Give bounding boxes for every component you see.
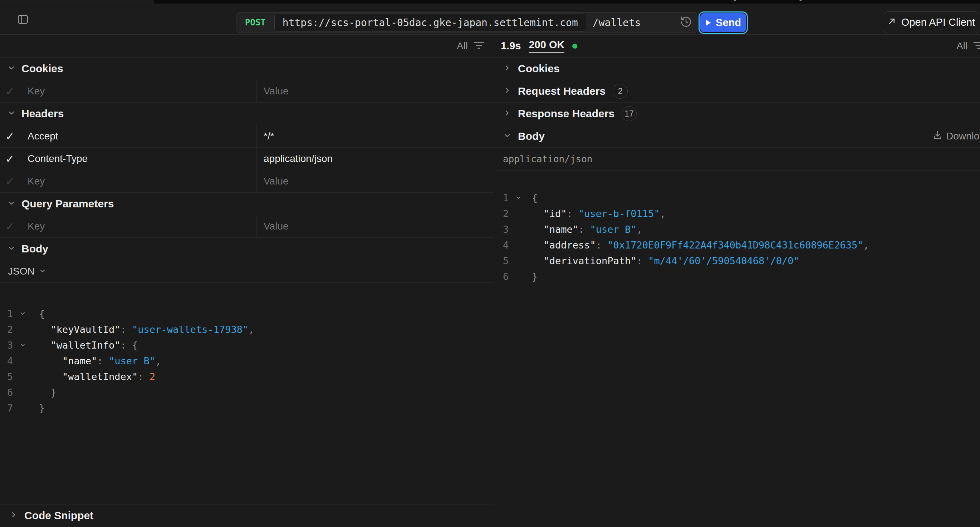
request-url-group: POST https://scs-portal-05dac.gke-japan.… <box>236 12 697 33</box>
row-checkbox[interactable]: ✓ <box>0 170 20 192</box>
response-panel: 1.9s 200 OK All Cookies Request Headers … <box>494 35 980 527</box>
chevron-right-icon <box>9 511 18 521</box>
response-section-request-headers[interactable]: Request Headers 2 <box>494 80 980 103</box>
fold-chevron-icon[interactable] <box>515 195 522 201</box>
check-icon: ✓ <box>5 85 14 98</box>
sidebar-toggle-button[interactable] <box>16 13 30 27</box>
tab-stub <box>0 0 154 3</box>
send-button-label: Send <box>716 17 741 29</box>
section-body[interactable]: Body <box>0 238 494 260</box>
chevron-down-icon <box>7 109 16 119</box>
value-input[interactable]: Value <box>257 80 494 102</box>
line-number: 4 <box>7 356 13 367</box>
key-input[interactable]: Key <box>20 215 257 237</box>
key-input[interactable]: Key <box>20 80 257 102</box>
check-icon: ✓ <box>5 153 14 165</box>
line-number: 1 <box>503 192 509 203</box>
send-button[interactable]: Send <box>700 13 746 32</box>
code-line: 6 } <box>0 384 494 400</box>
response-section-cookies[interactable]: Cookies <box>494 57 980 80</box>
value-input[interactable]: */* <box>257 125 494 147</box>
response-status-bar: 1.9s 200 OK All <box>494 35 980 57</box>
value-input[interactable]: Value <box>257 170 494 192</box>
status-ok-dot <box>572 44 577 49</box>
request-headers-label: Request Headers <box>518 85 606 97</box>
value-placeholder: Value <box>264 86 289 97</box>
endpoint-path[interactable]: /wallets <box>593 17 641 29</box>
check-icon: ✓ <box>5 220 14 233</box>
request-filter-all[interactable]: All <box>457 40 468 52</box>
code-text: "name": "user B", <box>39 356 161 367</box>
response-cookies-label: Cookies <box>518 63 560 75</box>
section-headers-label: Headers <box>21 108 64 120</box>
code-line: 1{ <box>0 306 494 321</box>
section-query-parameters-label: Query Parameters <box>21 198 114 210</box>
download-label: Download <box>946 130 980 142</box>
fold-chevron-icon[interactable] <box>19 342 26 349</box>
section-cookies[interactable]: Cookies <box>0 57 494 80</box>
row-checkbox[interactable]: ✓ <box>0 125 20 147</box>
play-icon <box>705 17 711 29</box>
line-number: 7 <box>7 403 13 414</box>
code-line: 6} <box>494 268 980 284</box>
code-text: { <box>532 192 538 203</box>
filter-funnel-icon[interactable] <box>973 41 980 51</box>
code-line: 2 "keyVaultId": "user-wallets-17938", <box>0 321 494 337</box>
download-button[interactable]: Download <box>933 130 980 142</box>
response-status-code[interactable]: 200 OK <box>529 39 565 53</box>
line-number: 6 <box>503 271 509 282</box>
response-duration: 1.9s <box>501 40 521 52</box>
filter-funnel-icon[interactable] <box>473 41 485 51</box>
key-input[interactable]: Accept <box>20 125 257 147</box>
section-query-parameters[interactable]: Query Parameters <box>0 193 494 215</box>
response-headers-count-badge: 17 <box>622 106 636 121</box>
line-number: 3 <box>7 340 13 351</box>
value-input[interactable]: Value <box>257 215 494 237</box>
line-number: 6 <box>7 387 13 398</box>
check-icon: ✓ <box>5 175 14 188</box>
value-input[interactable]: application/json <box>257 148 494 170</box>
response-body-editor[interactable]: 1{2 "id": "user-b-f0115",3 "name": "user… <box>494 171 980 284</box>
key-input[interactable]: Key <box>20 170 257 192</box>
section-code-snippet[interactable]: Code Snippet <box>0 505 494 527</box>
clipped-top-row: POST/addresses/{userAddress}/... <box>0 0 980 3</box>
code-text: "name": "user B", <box>532 224 643 235</box>
line-number: 3 <box>503 224 509 235</box>
code-text: } <box>532 271 538 282</box>
code-line: 4 "name": "user B", <box>0 353 494 368</box>
row-checkbox[interactable]: ✓ <box>0 215 20 237</box>
fold-chevron-icon[interactable] <box>19 310 26 317</box>
chevron-down-icon <box>503 131 511 141</box>
row-checkbox[interactable]: ✓ <box>0 80 20 102</box>
section-headers[interactable]: Headers <box>0 103 494 125</box>
body-type-select[interactable]: JSON <box>0 260 494 283</box>
base-url-input[interactable]: https://scs-portal-05dac.gke-japan.settl… <box>274 14 586 32</box>
row-checkbox[interactable]: ✓ <box>0 148 20 170</box>
chevron-right-icon <box>503 109 511 119</box>
code-text: "derivationPath": "m/44'/60'/590540468'/… <box>532 255 799 267</box>
response-section-response-headers[interactable]: Response Headers 17 <box>494 103 980 125</box>
code-line: 1{ <box>494 190 980 206</box>
request-body-editor[interactable]: 1{2 "keyVaultId": "user-wallets-17938",3… <box>0 283 494 505</box>
code-text: "walletIndex": 2 <box>39 371 155 382</box>
code-text: "id": "user-b-f0115", <box>532 208 666 219</box>
request-headers-count-badge: 2 <box>612 84 628 99</box>
response-filter-all[interactable]: All <box>956 40 967 52</box>
open-api-client-button[interactable]: Open API Client <box>884 11 978 33</box>
code-text: "keyVaultId": "user-wallets-17938", <box>39 324 254 335</box>
code-text: } <box>39 387 57 398</box>
clipped-method: POST <box>640 0 662 2</box>
key-placeholder: Key <box>27 176 45 187</box>
response-section-body[interactable]: Body Download <box>494 125 980 148</box>
check-icon: ✓ <box>5 130 14 143</box>
key-input[interactable]: Content-Type <box>20 148 257 170</box>
code-text: } <box>39 403 45 414</box>
history-button[interactable] <box>680 16 692 29</box>
response-content-type: application/json <box>503 154 592 165</box>
chevron-down-icon <box>7 244 16 254</box>
request-filter-bar: All <box>0 35 494 57</box>
key-placeholder: Key <box>27 86 45 97</box>
code-line: 5 "derivationPath": "m/44'/60'/590540468… <box>494 253 980 268</box>
code-line: 5 "walletIndex": 2 <box>0 368 494 384</box>
clipped-path: /addresses/{userAddress}/... <box>670 0 827 2</box>
